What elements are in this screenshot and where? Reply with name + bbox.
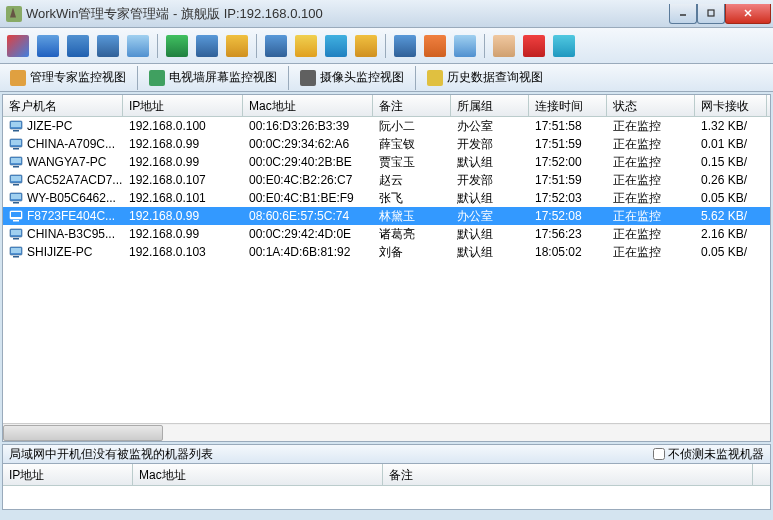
table-cell: 00:16:D3:26:B3:39 bbox=[243, 118, 373, 134]
column-header[interactable]: 所属组 bbox=[451, 95, 529, 116]
table-cell: 诸葛亮 bbox=[373, 225, 451, 244]
toolbar-button[interactable] bbox=[94, 32, 122, 60]
table-cell: SHIJIZE-PC bbox=[3, 244, 123, 260]
table-cell: 17:52:08 bbox=[529, 208, 607, 224]
icon-c-icon bbox=[67, 35, 89, 57]
no-detect-checkbox[interactable] bbox=[653, 448, 665, 460]
pc-icon bbox=[9, 228, 23, 240]
table-cell: 默认组 bbox=[451, 189, 529, 208]
table-cell: 17:51:59 bbox=[529, 172, 607, 188]
toolbar-button[interactable] bbox=[490, 32, 518, 60]
scrollbar-thumb[interactable] bbox=[3, 425, 163, 441]
table-row[interactable]: JIZE-PC192.168.0.10000:16:D3:26:B3:39阮小二… bbox=[3, 117, 770, 135]
table-cell: 正在监控 bbox=[607, 135, 695, 154]
column-header[interactable]: 备注 bbox=[373, 95, 451, 116]
table-cell: 0.01 KB/ bbox=[695, 136, 767, 152]
table-cell: 00:E0:4C:B2:26:C7 bbox=[243, 172, 373, 188]
table-row[interactable]: WY-B05C6462...192.168.0.10100:E0:4C:B1:B… bbox=[3, 189, 770, 207]
column-header[interactable]: 备注 bbox=[383, 464, 753, 485]
toolbar-button[interactable] bbox=[292, 32, 320, 60]
table-cell: 贾宝玉 bbox=[373, 153, 451, 172]
table-cell: 正在监控 bbox=[607, 153, 695, 172]
svg-rect-21 bbox=[13, 220, 19, 222]
column-header[interactable]: 连接时间 bbox=[529, 95, 607, 116]
view-tabs: 管理专家监控视图电视墙屏幕监控视图摄像头监控视图历史数据查询视图 bbox=[0, 64, 773, 92]
table-cell: 赵云 bbox=[373, 171, 451, 190]
column-header[interactable]: 网卡接收 bbox=[695, 95, 767, 116]
toolbar-button[interactable] bbox=[352, 32, 380, 60]
table-cell: 0.05 KB/ bbox=[695, 190, 767, 206]
toolbar-button[interactable] bbox=[421, 32, 449, 60]
toolbar-button[interactable] bbox=[124, 32, 152, 60]
icon-j-icon bbox=[295, 35, 317, 57]
svg-rect-17 bbox=[11, 194, 21, 199]
bottom-table: IP地址Mac地址备注 bbox=[2, 464, 771, 510]
view-tab[interactable]: 摄像头监控视图 bbox=[294, 67, 410, 88]
toolbar-button[interactable] bbox=[4, 32, 32, 60]
column-header[interactable]: 状态 bbox=[607, 95, 695, 116]
table-cell: 17:52:03 bbox=[529, 190, 607, 206]
table-cell: 正在监控 bbox=[607, 207, 695, 226]
svg-rect-1 bbox=[708, 10, 714, 16]
icon-a-icon bbox=[7, 35, 29, 57]
horizontal-scrollbar[interactable] bbox=[3, 423, 770, 441]
view-tab[interactable]: 历史数据查询视图 bbox=[421, 67, 549, 88]
table-cell: 18:05:02 bbox=[529, 244, 607, 260]
svg-rect-6 bbox=[13, 130, 19, 132]
table-row[interactable]: SHIJIZE-PC192.168.0.10300:1A:4D:6B:81:92… bbox=[3, 243, 770, 261]
column-header[interactable]: 客户机名 bbox=[3, 95, 123, 116]
table-cell: CHINA-B3C95... bbox=[3, 226, 123, 242]
table-cell: 默认组 bbox=[451, 243, 529, 262]
icon-f-icon bbox=[166, 35, 188, 57]
pc-icon bbox=[9, 246, 23, 258]
table-row[interactable]: CHINA-B3C95...192.168.0.9900:0C:29:42:4D… bbox=[3, 225, 770, 243]
client-table-panel: 客户机名IP地址Mac地址备注所属组连接时间状态网卡接收 JIZE-PC192.… bbox=[2, 94, 771, 442]
table-cell: 开发部 bbox=[451, 135, 529, 154]
toolbar-button[interactable] bbox=[322, 32, 350, 60]
column-header[interactable]: Mac地址 bbox=[133, 464, 383, 485]
table-row[interactable]: CHINA-A709C...192.168.0.9900:0C:29:34:62… bbox=[3, 135, 770, 153]
table-cell: 192.168.0.99 bbox=[123, 136, 243, 152]
toolbar-button[interactable] bbox=[550, 32, 578, 60]
svg-rect-14 bbox=[11, 176, 21, 181]
column-header[interactable]: IP地址 bbox=[3, 464, 133, 485]
table-cell: 192.168.0.100 bbox=[123, 118, 243, 134]
svg-rect-23 bbox=[11, 230, 21, 235]
view-tab[interactable]: 管理专家监控视图 bbox=[4, 67, 132, 88]
table-cell: 办公室 bbox=[451, 117, 529, 136]
scrollbar-track[interactable] bbox=[3, 425, 770, 441]
table-cell: 192.168.0.99 bbox=[123, 208, 243, 224]
toolbar-button[interactable] bbox=[163, 32, 191, 60]
table-cell: 17:52:00 bbox=[529, 154, 607, 170]
toolbar-button[interactable] bbox=[34, 32, 62, 60]
table-cell: 192.168.0.107 bbox=[123, 172, 243, 188]
table-cell: CAC52A7ACD7... bbox=[3, 172, 123, 188]
toolbar-button[interactable] bbox=[451, 32, 479, 60]
table-cell: 192.168.0.101 bbox=[123, 190, 243, 206]
maximize-button[interactable] bbox=[697, 4, 725, 24]
bottom-table-header: IP地址Mac地址备注 bbox=[3, 464, 770, 486]
table-cell: 薛宝钗 bbox=[373, 135, 451, 154]
svg-rect-12 bbox=[13, 166, 19, 168]
toolbar-button[interactable] bbox=[193, 32, 221, 60]
table-row[interactable]: WANGYA7-PC192.168.0.9900:0C:29:40:2B:BE贾… bbox=[3, 153, 770, 171]
view-tab[interactable]: 电视墙屏幕监控视图 bbox=[143, 67, 283, 88]
table-row[interactable]: F8723FE404C...192.168.0.9908:60:6E:57:5C… bbox=[3, 207, 770, 225]
toolbar-button[interactable] bbox=[262, 32, 290, 60]
minimize-button[interactable] bbox=[669, 4, 697, 24]
bottom-panel: 局域网中开机但没有被监视的机器列表 不侦测未监视机器 IP地址Mac地址备注 bbox=[2, 444, 771, 510]
toolbar-button[interactable] bbox=[391, 32, 419, 60]
toolbar-button[interactable] bbox=[520, 32, 548, 60]
table-body[interactable]: JIZE-PC192.168.0.10000:16:D3:26:B3:39阮小二… bbox=[3, 117, 770, 423]
toolbar-button[interactable] bbox=[64, 32, 92, 60]
toolbar-button[interactable] bbox=[223, 32, 251, 60]
pc-icon bbox=[9, 120, 23, 132]
table-cell: 17:56:23 bbox=[529, 226, 607, 242]
table-cell: 192.168.0.103 bbox=[123, 244, 243, 260]
column-header[interactable]: IP地址 bbox=[123, 95, 243, 116]
app-icon bbox=[6, 6, 22, 22]
no-detect-checkbox-label[interactable]: 不侦测未监视机器 bbox=[653, 446, 764, 463]
close-button[interactable] bbox=[725, 4, 771, 24]
column-header[interactable]: Mac地址 bbox=[243, 95, 373, 116]
table-row[interactable]: CAC52A7ACD7...192.168.0.10700:E0:4C:B2:2… bbox=[3, 171, 770, 189]
